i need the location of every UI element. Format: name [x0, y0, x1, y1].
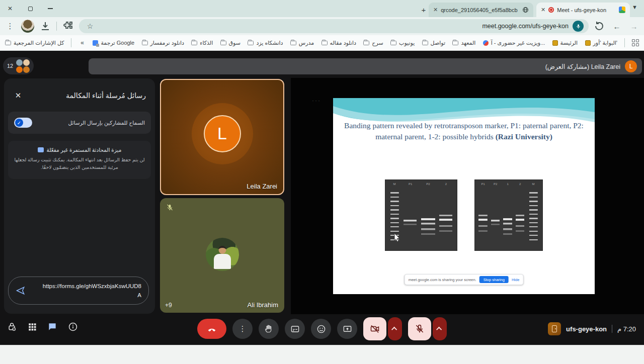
camera-off-button[interactable] [363, 317, 386, 340]
folder-icon [452, 41, 458, 45]
bookmark-star-icon[interactable]: ☆ [84, 20, 96, 32]
tab-close-icon[interactable]: ✕ [433, 7, 438, 13]
activities-grid-icon[interactable] [28, 322, 37, 331]
google-translate-icon [93, 40, 98, 46]
gel-lane: 1 [503, 181, 513, 249]
raise-hand-button[interactable] [259, 319, 279, 339]
bookmark-item[interactable]: مدرس [290, 40, 314, 46]
close-icon[interactable]: ✕ [12, 89, 24, 102]
bookmark-item[interactable]: سرح [363, 40, 383, 46]
window-minimize-button[interactable] [40, 0, 60, 17]
profile-avatar[interactable] [21, 20, 34, 33]
gel-image-right: P1P212M [475, 180, 542, 250]
maximize-icon [28, 7, 33, 11]
participants-count-pill[interactable]: 12 [3, 57, 34, 74]
video-tile-leila[interactable]: L Leila Zarei [160, 79, 284, 195]
bookmark-item[interactable]: ويزيت غير حضورى - آ... [483, 40, 545, 46]
folder-icon [191, 41, 197, 45]
mic-options-chevron[interactable] [433, 317, 447, 340]
participant-avatars-cluster [16, 59, 30, 73]
bookmark-item[interactable]: دانشكاه يزد [248, 40, 283, 46]
new-tab-button[interactable]: + [418, 4, 430, 15]
sharing-notification-bar: meet.google.com is sharing your screen. … [405, 274, 524, 285]
reload-icon[interactable] [594, 20, 606, 32]
gel-lane-label: 2 [438, 183, 454, 186]
bookmark-item[interactable]: ترجمة Google [93, 40, 134, 46]
chat-notice-body: لن يتم حفظ الرسائل بعد انتهاء المكالمة. … [14, 156, 145, 171]
presenter-avatar: L [625, 60, 637, 72]
folder-icon [220, 41, 226, 45]
gel-images: MP1P22 P1P212M [333, 180, 595, 250]
tab-close-icon[interactable]: ✕ [541, 7, 545, 13]
bookmark-item[interactable]: الرئيسة [552, 40, 578, 46]
apps-grid-icon[interactable] [632, 39, 639, 46]
gel-lane-label: M [388, 183, 400, 186]
stop-sharing-button[interactable]: Stop sharing [479, 276, 509, 283]
hangup-icon [206, 323, 217, 334]
bookmarks-overflow-chevron[interactable]: « [78, 37, 86, 49]
tab-list-chevron-icon[interactable]: ▼ [632, 4, 637, 10]
leave-call-button[interactable] [197, 319, 226, 339]
window-maximize-button[interactable] [20, 0, 40, 17]
extensions-puzzle-icon[interactable] [62, 20, 74, 32]
bookmark-item[interactable]: الذكاء [191, 40, 213, 46]
chat-message-input[interactable]: https://forms.gle/ghWSzxbjaKswUUD8 A [8, 277, 149, 305]
chat-icon-active[interactable] [47, 322, 57, 332]
tab-title: Meet - ufs-geye-kon [557, 7, 616, 13]
bookmark-item[interactable]: تواصل [422, 40, 445, 46]
avatar: L [204, 115, 241, 152]
all-bookmarks-button[interactable]: كل الإشارات المرجعية [5, 40, 64, 46]
bookmark-items: ترجمة Google دانلود نرمفسار الذكاء سوق د… [93, 40, 617, 46]
allow-messages-label: السماح للمشاركين بإرسال الرسائل [68, 120, 145, 126]
hide-link[interactable]: Hide [512, 278, 519, 282]
allow-messages-toggle[interactable]: ✓ [14, 118, 32, 128]
bookmark-item[interactable]: المعهد [452, 40, 475, 46]
present-screen-button[interactable] [337, 319, 357, 339]
gel-lane: P2 [491, 181, 501, 249]
reactions-button[interactable] [311, 319, 331, 339]
tab-title: qrcode_291056405_e5f5a8bcb [441, 7, 519, 13]
back-icon[interactable]: ← [611, 20, 623, 32]
meeting-info: ufs-geye-kon 7:20 م [548, 322, 636, 335]
gel-lane-label: P1 [403, 183, 418, 186]
tab-meet[interactable]: ✕ Meet - ufs-geye-kon [536, 3, 630, 17]
bookmark-item[interactable]: البوابة 'أور' [585, 40, 617, 46]
toggle-check-icon: ✓ [15, 119, 23, 127]
bookmark-item[interactable]: سوق [220, 40, 240, 46]
download-icon[interactable] [39, 20, 51, 32]
camera-options-chevron[interactable] [388, 317, 402, 340]
more-participants-badge: +9 [165, 302, 172, 309]
send-icon[interactable] [16, 286, 26, 296]
browser-titlebar: ✕ + ✕ qrcode_291056405_e5f5a8bcb ✕ Meet … [0, 0, 644, 17]
presenter-banner-text: Leila Zarei (مشاركة العرض) [545, 63, 620, 70]
captions-button[interactable] [285, 319, 305, 339]
tab-qrcode[interactable]: ✕ qrcode_291056405_e5f5a8bcb [429, 3, 533, 17]
video-tile-ali[interactable]: +9 Ali Ibrahim [160, 198, 284, 313]
bookmark-item[interactable]: دانلود مقاله [321, 40, 356, 46]
gel-lane: P1 [478, 181, 489, 249]
gel-lane: 2 [515, 181, 526, 249]
host-controls-lock-icon[interactable] [7, 322, 17, 332]
address-bar[interactable]: ☆ meet.google.com/ufs-geye-kon [79, 19, 589, 33]
window-close-button[interactable]: ✕ [0, 0, 20, 17]
bookmark-item[interactable]: يونيوب [390, 40, 415, 46]
chevron-up-icon [391, 327, 397, 332]
allow-messages-row: ✓ السماح للمشاركين بإرسال الرسائل [8, 112, 151, 134]
sharing-message: meet.google.com is sharing your screen. [409, 278, 476, 282]
gel-lane: P2 [420, 181, 436, 249]
slide-title: Banding pattern revealed by retrotranspo… [342, 120, 586, 143]
divider [612, 325, 612, 333]
mic-off-icon [415, 324, 425, 334]
mic-off-button[interactable] [408, 317, 431, 340]
screen: ✕ + ✕ qrcode_291056405_e5f5a8bcb ✕ Meet … [0, 0, 644, 364]
bookmarks-divider [624, 38, 625, 47]
info-icon[interactable] [68, 322, 78, 332]
bookmark-item[interactable]: دانلود نرمفسار [142, 40, 184, 46]
bookmarks-bar: كل الإشارات المرجعية « ترجمة Google دانل… [0, 35, 644, 51]
windows-taskbar: ٠٧:٢٠ م ٢٠٢٥/١٢/٢١ Z بحث [0, 345, 644, 364]
mic-permission-icon[interactable] [573, 21, 584, 32]
gel-lane-label: P1 [478, 183, 489, 186]
more-options-button[interactable]: ⋮ [232, 319, 253, 339]
browser-menu-button[interactable]: ⋮ [4, 20, 16, 32]
folder-icon [363, 41, 369, 45]
